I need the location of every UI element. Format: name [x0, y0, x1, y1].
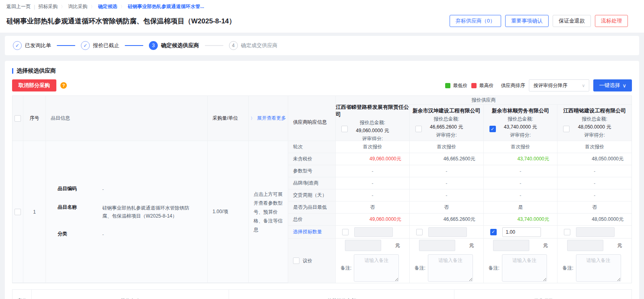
award-qty-checkbox[interactable]	[342, 229, 349, 235]
negotiate-price-input[interactable]	[567, 240, 603, 251]
cancel-partial-purchase-button[interactable]: 取消部分采购	[12, 79, 56, 91]
value-cell: 首次报价	[557, 141, 632, 153]
supplier-select-checkbox[interactable]	[489, 126, 496, 132]
remark-textarea[interactable]	[428, 254, 473, 282]
total-amount-label: 报价总金额:	[360, 119, 385, 126]
deposit-refund-button[interactable]: 保证金退款	[553, 15, 591, 27]
negotiate-cell: 元备注:	[410, 239, 484, 283]
remark-textarea[interactable]	[576, 254, 621, 282]
check-circle-icon: ✓	[13, 41, 22, 50]
award-qty-input[interactable]	[354, 227, 393, 237]
step-connector	[57, 45, 75, 46]
value-cell: 43,740.0000元	[484, 214, 558, 226]
select-all-checkbox[interactable]	[14, 115, 21, 122]
total-amount-label: 报价总金额:	[582, 116, 607, 123]
award-qty-checkbox[interactable]	[564, 229, 570, 235]
total-amount-value: 48,050.0000 元	[578, 124, 611, 131]
currency-unit-label: 元	[543, 242, 548, 249]
section-title-text: 选择候选供应商	[17, 67, 56, 75]
chevron-right-icon: 〉	[120, 4, 124, 10]
supplier-name: 江西省嵘登路桥发展有限责任公司	[336, 105, 409, 118]
item-info-column-header: 品目信息	[46, 96, 208, 141]
one-click-label: 一键选择	[599, 82, 620, 89]
negotiate-price-input[interactable]	[345, 240, 381, 251]
review-score-label: 评审得分:	[362, 135, 383, 141]
summary-col-amount: 整单报价金额	[229, 290, 454, 299]
negotiate-label-text: 议价	[303, 257, 312, 264]
qty-column-header: 采购量/单位	[208, 96, 249, 141]
value-cell: -	[410, 177, 484, 189]
quote-suppliers-group-header: 报价供应商	[336, 96, 632, 105]
breadcrumb-item[interactable]: 询比采购	[68, 3, 87, 10]
caret-down-icon: ∨	[622, 83, 626, 89]
value-cell: -	[557, 165, 632, 177]
section-title: 选择候选供应商	[12, 67, 632, 75]
award-qty-input[interactable]	[428, 227, 467, 237]
remark-label: 备注:	[341, 265, 351, 272]
step-quotation-closed: ✓ 报价已截止	[81, 41, 119, 50]
currency-unit-label: 元	[395, 242, 400, 249]
negotiate-price-input[interactable]	[419, 240, 455, 251]
value-cell: -	[410, 165, 484, 177]
breadcrumb-item-project[interactable]: 硅钢事业部热轧参观通道循环水管...	[128, 3, 204, 10]
step-confirm-winner: 4 确定成交供应商	[229, 41, 278, 50]
value-cell: -	[410, 189, 484, 201]
supplier-name: 江西晴铭建设工程有限公司	[563, 107, 626, 114]
step-connector	[125, 45, 143, 46]
value-cell: 否	[557, 201, 632, 214]
abandon-supplier-button[interactable]: 弃标供应商（0）	[450, 15, 501, 27]
expand-more-link[interactable]: 〉展开查看更多	[249, 96, 288, 141]
supplier-sort-select[interactable]: 按评审得分降序 ∨	[529, 79, 589, 91]
lowest-price-swatch	[445, 83, 450, 88]
breadcrumb-divider: |	[34, 4, 35, 10]
award-qty-input[interactable]	[576, 227, 615, 237]
value-cell: 首次报价	[336, 141, 410, 153]
chevron-right-icon: 〉	[61, 4, 65, 10]
negotiate-price-row: 元	[488, 240, 553, 251]
legend-highest: 最高价	[471, 82, 493, 89]
award-qty-cell	[336, 226, 410, 239]
value-cell: -	[336, 189, 410, 201]
item-field-value: -	[102, 230, 193, 239]
value-cell: -	[484, 189, 558, 201]
negotiate-checkbox[interactable]	[293, 257, 299, 264]
value-cell: 是	[484, 201, 558, 214]
supplier-select-checkbox[interactable]	[563, 126, 570, 132]
highest-price-swatch	[471, 83, 477, 88]
supplier-select-checkbox[interactable]	[415, 126, 422, 132]
breadcrumb-item-current-step[interactable]: 确定候选	[98, 3, 117, 10]
negotiate-remark-row: 备注:	[340, 254, 405, 282]
item-field: 品目名称硅钢事业部热轧参观通道循环水管除锈防腐、包保温棉项目（W2025-8-1…	[46, 204, 207, 220]
row-label: 总价	[288, 214, 336, 226]
value-cell: -	[557, 189, 632, 201]
award-qty-input[interactable]	[502, 227, 541, 237]
help-question-icon[interactable]: ?	[60, 82, 67, 89]
section-title-bar	[12, 68, 13, 74]
remark-textarea[interactable]	[354, 254, 399, 282]
supplier-header: 江西晴铭建设工程有限公司报价总金额:48,050.0000 元评审得分:	[557, 105, 632, 141]
back-link[interactable]: 返回上一页	[6, 3, 31, 10]
total-amount-label: 报价总金额:	[433, 116, 459, 123]
step-label: 报价已截止	[93, 42, 119, 49]
one-click-select-button[interactable]: 一键选择 ∨	[593, 79, 632, 91]
chevron-right-icon: 〉	[251, 116, 255, 121]
negotiate-price-input[interactable]	[493, 240, 529, 251]
step-quotation-sent: ✓ 已发询比单	[13, 41, 51, 50]
negotiate-remark-row: 备注:	[488, 254, 553, 282]
failed-bid-button[interactable]: 流标处理	[595, 15, 628, 27]
breadcrumb-item[interactable]: 招标采购	[38, 3, 58, 10]
review-score-label: 评审得分:	[584, 132, 605, 139]
supplier-select-checkbox[interactable]	[341, 126, 348, 132]
award-qty-checkbox[interactable]	[416, 229, 423, 235]
important-confirm-button[interactable]: 重要事项确认	[505, 15, 549, 27]
total-amount-value: 49,060.0000 元	[356, 127, 389, 134]
award-qty-checkbox[interactable]	[490, 229, 497, 235]
row-select-checkbox[interactable]	[14, 209, 21, 215]
remark-textarea[interactable]	[502, 254, 547, 282]
value-cell: -	[557, 177, 632, 189]
award-qty-cell	[410, 226, 484, 239]
page-title: 硅钢事业部热轧参观通道循环水管除锈防腐、包保温棉项目（W2025-8-14）	[6, 17, 236, 26]
award-qty-row-label[interactable]: 选择授标数量	[288, 226, 336, 239]
currency-unit-label: 元	[469, 242, 474, 249]
chevron-right-icon: 〉	[91, 4, 95, 10]
